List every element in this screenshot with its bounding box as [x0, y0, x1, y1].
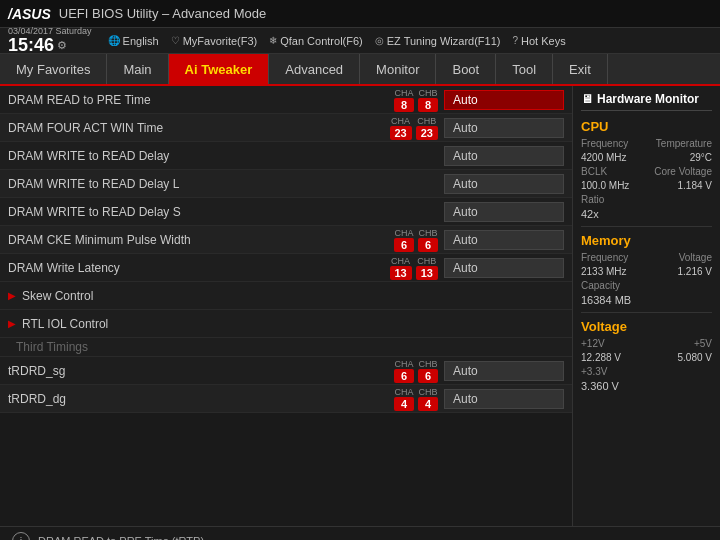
- third-timing-value[interactable]: Auto: [444, 361, 564, 381]
- top-bar: /ASUS UEFI BIOS Utility – Advanced Mode: [0, 0, 720, 28]
- hw-monitor-panel: 🖥 Hardware Monitor CPU Frequency Tempera…: [572, 86, 720, 526]
- myfavorite-item[interactable]: ♡ MyFavorite(F3): [171, 35, 258, 47]
- setting-label: DRAM WRITE to READ Delay S: [8, 205, 444, 219]
- heart-icon: ♡: [171, 35, 180, 46]
- setting-label: DRAM Write Latency: [8, 261, 390, 275]
- hotkeys-label: Hot Keys: [521, 35, 566, 47]
- mem-freq-value: 2133 MHz: [581, 266, 627, 277]
- setting-row[interactable]: DRAM Write Latency CHA 13 CHB 13 Auto: [0, 254, 572, 282]
- hotkeys-item[interactable]: ? Hot Keys: [512, 35, 565, 47]
- cpu-cv-value: 1.184 V: [678, 180, 712, 191]
- tab-monitor[interactable]: Monitor: [360, 54, 436, 84]
- third-timing-row[interactable]: tRDRD_dg CHA 4 CHB 4 Auto: [0, 385, 572, 413]
- monitor-icon: 🖥: [581, 92, 593, 106]
- cpu-bclk-label: BCLK: [581, 166, 607, 177]
- memory-section-title: Memory: [581, 233, 712, 248]
- tab-advanced[interactable]: Advanced: [269, 54, 360, 84]
- rtl-iol-label: RTL IOL Control: [22, 317, 108, 331]
- cpu-ratio-value: 42x: [581, 208, 712, 220]
- setting-label: DRAM CKE Minimum Pulse Width: [8, 233, 394, 247]
- volt-33-label-row: +3.3V: [581, 366, 712, 377]
- setting-row[interactable]: DRAM WRITE to READ Delay L Auto: [0, 170, 572, 198]
- fan-icon: ❄: [269, 35, 277, 46]
- key-icon: ?: [512, 35, 518, 46]
- setting-label: DRAM READ to PRE Time: [8, 93, 394, 107]
- mem-freq-row: Frequency Voltage: [581, 252, 712, 263]
- volt-12-row: +12V +5V: [581, 338, 712, 349]
- cpu-ratio-row: Ratio: [581, 194, 712, 205]
- volt-33-value: 3.360 V: [581, 380, 712, 392]
- setting-row[interactable]: DRAM WRITE to READ Delay S Auto: [0, 198, 572, 226]
- tab-ai-tweaker[interactable]: Ai Tweaker: [169, 54, 270, 84]
- cpu-bclk-value: 100.0 MHz: [581, 180, 629, 191]
- info-desc: DRAM READ to PRE Time (tRTP): [38, 535, 204, 541]
- cpu-section-title: CPU: [581, 119, 712, 134]
- info-bar: 03/04/2017 Saturday 15:46 ⚙ 🌐 English ♡ …: [0, 28, 720, 54]
- qfan-item[interactable]: ❄ Qfan Control(F6): [269, 35, 363, 47]
- cpu-freq-val-row: 4200 MHz 29°C: [581, 152, 712, 163]
- cpu-freq-value: 4200 MHz: [581, 152, 627, 163]
- volt-12-val-row: 12.288 V 5.080 V: [581, 352, 712, 363]
- skew-control-label: Skew Control: [22, 289, 93, 303]
- volt-12-value: 12.288 V: [581, 352, 621, 363]
- hw-monitor-title-text: Hardware Monitor: [597, 92, 699, 106]
- myfavorite-label: MyFavorite(F3): [183, 35, 258, 47]
- tab-exit[interactable]: Exit: [553, 54, 608, 84]
- setting-value[interactable]: Auto: [444, 146, 564, 166]
- third-timing-value[interactable]: Auto: [444, 389, 564, 409]
- time-block: 15:46 ⚙: [8, 36, 92, 54]
- setting-value[interactable]: Auto: [444, 90, 564, 110]
- setting-value[interactable]: Auto: [444, 118, 564, 138]
- mem-volt-value: 1.216 V: [678, 266, 712, 277]
- third-timing-row[interactable]: tRDRD_sg CHA 6 CHB 6 Auto: [0, 357, 572, 385]
- setting-row[interactable]: DRAM WRITE to READ Delay Auto: [0, 142, 572, 170]
- rtl-iol-row[interactable]: ▶ RTL IOL Control: [0, 310, 572, 338]
- mem-volt-label: Voltage: [679, 252, 712, 263]
- setting-value[interactable]: Auto: [444, 202, 564, 222]
- mem-cap-label-row: Capacity: [581, 280, 712, 291]
- cpu-bclk-row: BCLK Core Voltage: [581, 166, 712, 177]
- main-nav: My Favorites Main Ai Tweaker Advanced Mo…: [0, 54, 720, 86]
- third-timings-container: tRDRD_sg CHA 6 CHB 6 Auto tRDRD_dg CHA 4…: [0, 357, 572, 413]
- setting-label: DRAM FOUR ACT WIN Time: [8, 121, 390, 135]
- setting-row[interactable]: DRAM CKE Minimum Pulse Width CHA 6 CHB 6…: [0, 226, 572, 254]
- setting-value[interactable]: Auto: [444, 174, 564, 194]
- bottom-info: i DRAM READ to PRE Time (tRTP): [0, 526, 720, 540]
- content-area: DRAM READ to PRE Time CHA 8 CHB 8 Auto D…: [0, 86, 720, 526]
- eztuning-label: EZ Tuning Wizard(F11): [387, 35, 501, 47]
- eztuning-item[interactable]: ◎ EZ Tuning Wizard(F11): [375, 35, 501, 47]
- third-timings-label: Third Timings: [16, 340, 88, 354]
- volt-33-label: +3.3V: [581, 366, 607, 377]
- gear-icon: ⚙: [57, 39, 67, 51]
- cpu-temp-value: 29°C: [690, 152, 712, 163]
- cpu-ratio-label: Ratio: [581, 194, 604, 205]
- hw-monitor-title: 🖥 Hardware Monitor: [581, 92, 712, 111]
- time-text: 15:46: [8, 36, 54, 54]
- mem-freq-val-row: 2133 MHz 1.216 V: [581, 266, 712, 277]
- hw-divider-1: [581, 226, 712, 227]
- volt-5-label: +5V: [694, 338, 712, 349]
- setting-value[interactable]: Auto: [444, 230, 564, 250]
- datetime-block: 03/04/2017 Saturday 15:46 ⚙: [8, 27, 92, 55]
- language-item[interactable]: 🌐 English: [108, 35, 159, 47]
- tab-main[interactable]: Main: [107, 54, 168, 84]
- mem-cap-value: 16384 MB: [581, 294, 712, 306]
- cpu-cv-label: Core Voltage: [654, 166, 712, 177]
- cpu-temp-label: Temperature: [656, 138, 712, 149]
- cpu-freq-row: Frequency Temperature: [581, 138, 712, 149]
- setting-label: DRAM WRITE to READ Delay L: [8, 177, 444, 191]
- setting-value[interactable]: Auto: [444, 258, 564, 278]
- tab-boot[interactable]: Boot: [436, 54, 496, 84]
- hw-divider-2: [581, 312, 712, 313]
- language-label: English: [123, 35, 159, 47]
- asus-logo: /ASUS: [8, 6, 51, 22]
- tab-my-favorites[interactable]: My Favorites: [0, 54, 107, 84]
- third-timing-label: tRDRD_dg: [8, 392, 394, 406]
- setting-label: DRAM WRITE to READ Delay: [8, 149, 444, 163]
- tab-tool[interactable]: Tool: [496, 54, 553, 84]
- setting-row[interactable]: DRAM FOUR ACT WIN Time CHA 23 CHB 23 Aut…: [0, 114, 572, 142]
- volt-5-value: 5.080 V: [678, 352, 712, 363]
- main-panel: DRAM READ to PRE Time CHA 8 CHB 8 Auto D…: [0, 86, 572, 526]
- skew-control-row[interactable]: ▶ Skew Control: [0, 282, 572, 310]
- setting-row[interactable]: DRAM READ to PRE Time CHA 8 CHB 8 Auto: [0, 86, 572, 114]
